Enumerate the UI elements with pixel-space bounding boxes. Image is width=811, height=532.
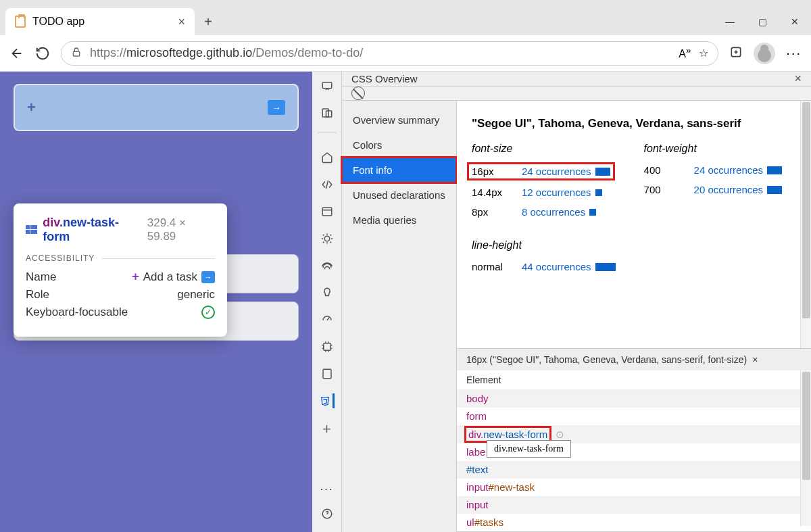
- nav-unused-declarations[interactable]: Unused declarations: [342, 183, 456, 208]
- more-tools-button[interactable]: +: [322, 420, 331, 438]
- close-tab-icon[interactable]: ×: [178, 15, 185, 29]
- plus-icon: +: [132, 270, 139, 284]
- maximize-button[interactable]: ▢: [746, 8, 779, 35]
- device-icon[interactable]: [320, 105, 335, 120]
- nav-colors[interactable]: Colors: [342, 132, 456, 158]
- tooltip-section-label: ACCESSIBILITY: [26, 253, 215, 263]
- tooltip-selector: div.new-task-form: [43, 216, 142, 244]
- occurrences-link[interactable]: 24 occurrences: [522, 166, 610, 177]
- menu-button[interactable]: ···: [786, 45, 802, 61]
- occurrence-row[interactable]: body: [457, 390, 811, 408]
- element-inspector-tooltip: div.new-task-form 329.4 × 59.89 ACCESSIB…: [14, 203, 227, 337]
- svg-rect-5: [322, 208, 332, 216]
- clear-overview-icon[interactable]: [351, 87, 365, 100]
- svg-rect-0: [73, 51, 79, 56]
- tooltip-dimensions: 329.4 × 59.89: [147, 216, 215, 243]
- occurrences-link[interactable]: 24 occurrences: [694, 164, 783, 176]
- occurrence-row[interactable]: ul#tasks: [457, 514, 811, 531]
- page-icon: [15, 16, 26, 28]
- minimize-button[interactable]: —: [714, 8, 746, 35]
- more-icon[interactable]: ···: [320, 483, 333, 495]
- plus-icon: +: [27, 99, 36, 116]
- application-icon[interactable]: [320, 366, 335, 381]
- browser-tab[interactable]: TODO app ×: [5, 8, 195, 35]
- back-button[interactable]: [9, 46, 24, 61]
- read-aloud-icon[interactable]: A»: [679, 45, 691, 60]
- svg-rect-7: [323, 343, 330, 351]
- grid-icon: [26, 225, 37, 235]
- occurrence-row[interactable]: input: [457, 496, 811, 514]
- arrow-icon: →: [201, 271, 215, 283]
- occurrences-link[interactable]: 20 occurrences: [694, 184, 783, 195]
- occurrence-row[interactable]: form: [457, 408, 811, 425]
- occurrence-row[interactable]: div.new-task-form ⊙: [457, 425, 811, 443]
- network-icon[interactable]: [320, 258, 335, 273]
- tab-title: TODO app: [32, 16, 84, 28]
- svg-rect-8: [323, 369, 331, 379]
- devtools-activity-bar: + ···: [312, 72, 342, 532]
- nav-overview-summary[interactable]: Overview summary: [342, 107, 456, 132]
- occurrence-row[interactable]: input#new-task: [457, 479, 811, 496]
- lighthouse-icon[interactable]: [320, 285, 335, 300]
- occurrences-link[interactable]: 44 occurrences: [522, 261, 616, 272]
- occurrences-tab[interactable]: 16px ("Segoe UI", Tahoma, Geneva, Verdan…: [457, 349, 811, 370]
- new-task-form[interactable]: + →: [14, 84, 299, 131]
- overview-nav: Overview summary Colors Font info Unused…: [342, 101, 457, 532]
- panel-header: CSS Overview ×: [342, 72, 811, 87]
- svg-point-6: [324, 236, 330, 241]
- address-bar[interactable]: https://microsoftedge.github.io/Demos/de…: [61, 41, 718, 66]
- check-icon: ✓: [201, 306, 215, 319]
- font-family-heading: "Segoe UI", Tahoma, Geneva, Verdana, san…: [472, 117, 796, 130]
- elements-icon[interactable]: [320, 150, 335, 165]
- css-overview-icon[interactable]: [320, 393, 335, 408]
- occurrences-link[interactable]: 8 occurrences: [522, 206, 596, 218]
- nav-font-info[interactable]: Font info: [342, 158, 456, 183]
- close-occurrences-icon[interactable]: ×: [752, 354, 758, 365]
- svg-rect-2: [322, 82, 332, 89]
- help-icon[interactable]: [321, 508, 333, 523]
- close-window-button[interactable]: ✕: [779, 8, 811, 35]
- performance-icon[interactable]: [320, 312, 335, 327]
- sources-icon[interactable]: [320, 204, 335, 219]
- new-tab-button[interactable]: +: [195, 8, 222, 35]
- nav-media-queries[interactable]: Media queries: [342, 208, 456, 233]
- occurrences-header: Element: [457, 370, 811, 390]
- refresh-button[interactable]: [35, 46, 50, 61]
- collections-icon[interactable]: [729, 45, 743, 62]
- submit-arrow-button[interactable]: →: [268, 100, 285, 115]
- debug-icon[interactable]: [320, 231, 335, 246]
- console-icon[interactable]: [320, 177, 335, 192]
- lock-icon: [71, 47, 82, 60]
- url-text: https://microsoftedge.github.io/Demos/de…: [90, 46, 363, 60]
- inspect-icon[interactable]: [320, 78, 335, 93]
- close-panel-icon[interactable]: ×: [794, 72, 802, 86]
- favorite-icon[interactable]: ☆: [699, 47, 708, 59]
- occurrences-link[interactable]: 12 occurrences: [522, 187, 602, 198]
- occurrence-row[interactable]: #text: [457, 461, 811, 479]
- profile-avatar[interactable]: [754, 43, 775, 64]
- memory-icon[interactable]: [320, 339, 335, 354]
